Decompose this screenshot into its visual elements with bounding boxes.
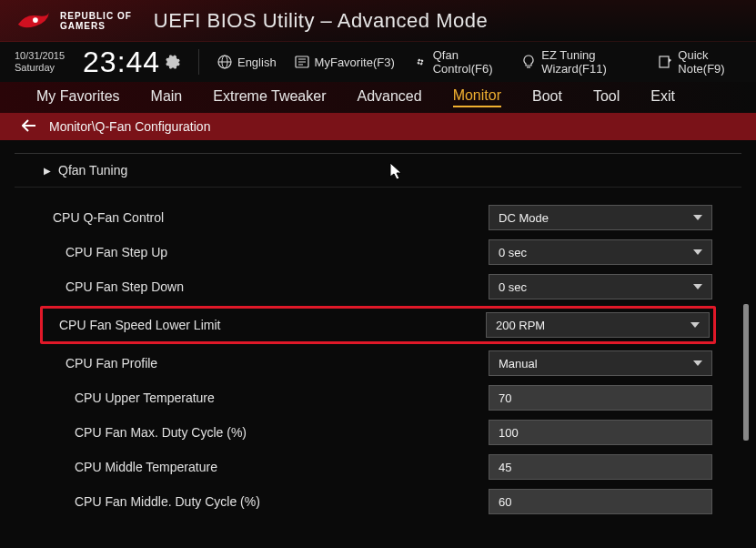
brand-line1: REPUBLIC OF bbox=[60, 11, 132, 21]
scrollbar[interactable] bbox=[743, 140, 749, 546]
row-cpu-qfan-control: CPU Q-Fan Control DC Mode bbox=[15, 200, 741, 235]
back-arrow-icon[interactable] bbox=[22, 119, 36, 135]
quicknote-label: Quick Note(F9) bbox=[678, 48, 741, 76]
input-cpu-fan-middle-duty[interactable] bbox=[489, 489, 712, 514]
qfan-label: Qfan Control(F6) bbox=[433, 48, 503, 76]
tab-monitor[interactable]: Monitor bbox=[453, 87, 501, 107]
date-text: 10/31/2015 bbox=[15, 50, 65, 62]
globe-icon bbox=[217, 55, 232, 69]
dropdown-cpu-qfan-control[interactable]: DC Mode bbox=[489, 205, 712, 230]
dropdown-cpu-fan-step-down[interactable]: 0 sec bbox=[489, 274, 712, 299]
row-cpu-fan-max-duty: CPU Fan Max. Duty Cycle (%) bbox=[15, 415, 741, 450]
myfavorite-label: MyFavorite(F3) bbox=[315, 56, 395, 69]
label-cpu-fan-max-duty: CPU Fan Max. Duty Cycle (%) bbox=[44, 425, 489, 440]
gear-icon[interactable] bbox=[166, 55, 180, 69]
quicknote-button[interactable]: Quick Note(F9) bbox=[658, 48, 741, 76]
caret-right-icon: ▶ bbox=[44, 166, 51, 176]
row-cpu-fan-middle-duty: CPU Fan Middle. Duty Cycle (%) bbox=[15, 484, 741, 519]
row-cpu-fan-step-down: CPU Fan Step Down 0 sec bbox=[15, 269, 741, 304]
row-cpu-middle-temp: CPU Middle Temperature bbox=[15, 450, 741, 484]
header-bar: REPUBLIC OF GAMERS UEFI BIOS Utility – A… bbox=[0, 0, 756, 42]
tab-tool[interactable]: Tool bbox=[593, 88, 620, 107]
rog-eye-icon bbox=[16, 10, 51, 32]
row-cpu-fan-speed-lower-limit: CPU Fan Speed Lower Limit 200 RPM bbox=[40, 306, 716, 344]
input-cpu-middle-temp[interactable] bbox=[489, 454, 712, 480]
row-cpu-fan-profile: CPU Fan Profile Manual bbox=[15, 346, 741, 381]
qfan-tuning-label: Qfan Tuning bbox=[58, 163, 127, 178]
brand-text: REPUBLIC OF GAMERS bbox=[60, 11, 132, 31]
label-cpu-fan-middle-duty: CPU Fan Middle. Duty Cycle (%) bbox=[44, 494, 489, 509]
label-cpu-qfan-control: CPU Q-Fan Control bbox=[44, 210, 489, 225]
label-cpu-fan-step-up: CPU Fan Step Up bbox=[44, 245, 489, 259]
eztuning-button[interactable]: EZ Tuning Wizard(F11) bbox=[521, 48, 640, 76]
row-cpu-fan-step-up: CPU Fan Step Up 0 sec bbox=[15, 235, 741, 269]
qfan-control-button[interactable]: Qfan Control(F6) bbox=[413, 48, 503, 76]
eztuning-label: EZ Tuning Wizard(F11) bbox=[541, 48, 640, 76]
dropdown-cpu-fan-profile[interactable]: Manual bbox=[489, 350, 712, 376]
svg-point-5 bbox=[418, 61, 421, 64]
tab-main[interactable]: Main bbox=[151, 88, 183, 107]
app-title: UEFI BIOS Utility – Advanced Mode bbox=[154, 9, 488, 33]
scrollbar-thumb[interactable] bbox=[743, 304, 749, 441]
input-cpu-fan-max-duty[interactable] bbox=[489, 420, 712, 445]
breadcrumb-text: Monitor\Q-Fan Configuration bbox=[49, 119, 210, 134]
content-panel: ▶ Qfan Tuning CPU Q-Fan Control DC Mode … bbox=[0, 140, 756, 546]
dropdown-value: 0 sec bbox=[499, 246, 527, 259]
note-icon bbox=[658, 55, 672, 69]
language-label: English bbox=[237, 56, 277, 69]
language-button[interactable]: English bbox=[217, 55, 277, 69]
tab-myfavorites[interactable]: My Favorites bbox=[36, 88, 120, 107]
bulb-icon bbox=[521, 55, 536, 69]
svg-point-0 bbox=[33, 17, 38, 23]
tab-advanced[interactable]: Advanced bbox=[357, 88, 421, 107]
brand-line2: GAMERS bbox=[60, 21, 132, 31]
label-cpu-middle-temp: CPU Middle Temperature bbox=[44, 460, 489, 474]
tab-extremetweaker[interactable]: Extreme Tweaker bbox=[213, 88, 326, 107]
dropdown-cpu-fan-speed-lower-limit[interactable]: 200 RPM bbox=[486, 312, 710, 338]
svg-rect-7 bbox=[660, 56, 669, 67]
tab-exit[interactable]: Exit bbox=[650, 88, 675, 107]
chevron-down-icon bbox=[693, 249, 702, 255]
chevron-down-icon bbox=[693, 284, 702, 289]
row-cpu-upper-temp: CPU Upper Temperature bbox=[15, 381, 741, 415]
label-cpu-fan-profile: CPU Fan Profile bbox=[44, 356, 489, 370]
label-cpu-upper-temp: CPU Upper Temperature bbox=[44, 391, 489, 405]
main-tabs: My Favorites Main Extreme Tweaker Advanc… bbox=[0, 82, 756, 113]
time-text: 23:44 bbox=[83, 46, 160, 79]
chevron-down-icon bbox=[693, 215, 702, 220]
fan-icon bbox=[413, 55, 428, 69]
toolbar-separator bbox=[198, 49, 199, 75]
dropdown-value: 0 sec bbox=[499, 280, 527, 294]
myfavorite-button[interactable]: MyFavorite(F3) bbox=[295, 55, 395, 69]
input-cpu-upper-temp[interactable] bbox=[489, 385, 712, 411]
label-cpu-fan-speed-lower-limit: CPU Fan Speed Lower Limit bbox=[46, 318, 486, 332]
dropdown-cpu-fan-step-up[interactable]: 0 sec bbox=[489, 239, 712, 265]
label-cpu-fan-step-down: CPU Fan Step Down bbox=[44, 279, 489, 294]
toolbar: 10/31/2015 Saturday 23:44 English MyFavo… bbox=[0, 42, 756, 82]
brand-logo: REPUBLIC OF GAMERS bbox=[16, 10, 132, 32]
chevron-down-icon bbox=[693, 360, 702, 366]
dropdown-value: Manual bbox=[499, 357, 538, 370]
tab-boot[interactable]: Boot bbox=[532, 88, 562, 107]
breadcrumb: Monitor\Q-Fan Configuration bbox=[0, 113, 756, 140]
favorite-icon bbox=[295, 55, 309, 69]
chevron-down-icon bbox=[690, 322, 700, 328]
dropdown-value: 200 RPM bbox=[496, 319, 545, 332]
time-block: 23:44 bbox=[83, 46, 180, 79]
qfan-tuning-section[interactable]: ▶ Qfan Tuning bbox=[15, 153, 741, 188]
day-text: Saturday bbox=[15, 62, 65, 74]
dropdown-value: DC Mode bbox=[499, 211, 549, 225]
datetime-block: 10/31/2015 Saturday bbox=[15, 50, 65, 74]
